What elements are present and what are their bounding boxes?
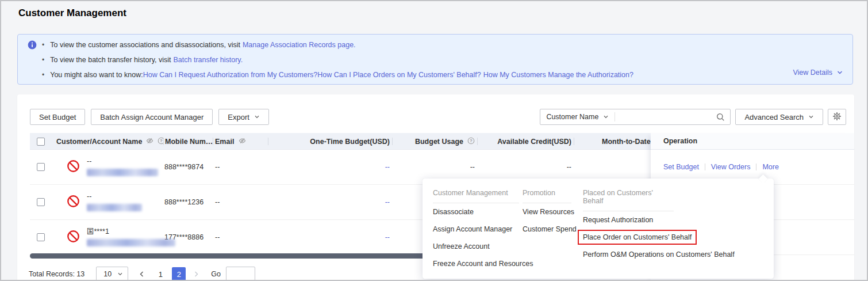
email-cell: -- <box>213 150 268 184</box>
page-2-button-active[interactable]: 2 <box>172 267 186 281</box>
search-box: Customer Name <box>540 109 731 125</box>
row-select-cell <box>30 185 53 219</box>
one-time-budget-cell[interactable]: -- <box>268 185 392 219</box>
faq-place-orders-link[interactable]: How Can I Place Orders on My Customers' … <box>317 71 481 79</box>
chevron-down-icon <box>117 271 123 277</box>
header-label: Available Credit(USD) <box>497 138 571 146</box>
batch-assign-account-manager-button[interactable]: Batch Assign Account Manager <box>91 109 213 125</box>
customer-management-page: Customer Management • To view the custom… <box>0 0 868 281</box>
set-budget-button[interactable]: Set Budget <box>30 109 85 125</box>
menu-group-promotion: Promotion View Resources Customer Spend <box>523 189 580 238</box>
prohibited-icon <box>67 195 80 210</box>
banner-text-3: You might also want to know: <box>50 71 143 79</box>
chevron-down-icon <box>603 114 609 120</box>
header-operation: Operation <box>651 133 854 150</box>
bullet-dot: • <box>42 71 44 79</box>
email-cell: -- <box>213 185 268 219</box>
header-label: Customer/Account Name <box>56 138 142 146</box>
more-actions-menu: Customer Management Disassociate Assign … <box>423 179 774 279</box>
menu-item-freeze-account-and-resources[interactable]: Freeze Account and Resources <box>433 255 522 272</box>
page-size-select[interactable]: 10 <box>96 267 128 281</box>
one-time-budget-cell[interactable]: -- <box>268 150 392 184</box>
table-settings-button[interactable] <box>828 109 846 125</box>
redacted-customer-name-link[interactable] <box>87 204 142 211</box>
header-select-all <box>30 133 53 150</box>
redacted-customer-name-link[interactable] <box>87 169 158 176</box>
menu-group-header: Promotion <box>523 189 571 203</box>
menu-item-unfreeze-account[interactable]: Unfreeze Account <box>433 238 522 255</box>
menu-item-view-resources[interactable]: View Resources <box>523 203 580 221</box>
customer-name-cell: -- <box>53 150 163 184</box>
name-lines: 国****1 <box>87 228 175 246</box>
menu-item-customer-spend[interactable]: Customer Spend <box>523 221 580 238</box>
header-label: Month-to-Date E <box>602 138 651 146</box>
svg-text:?: ? <box>160 138 163 143</box>
row-checkbox[interactable] <box>37 233 45 241</box>
name-lines: -- <box>87 193 142 211</box>
prohibited-icon <box>67 160 80 174</box>
manage-association-records-link[interactable]: Manage Association Records page. <box>243 41 356 49</box>
advanced-search-button[interactable]: Advanced Search <box>735 109 823 125</box>
red-highlight-box[interactable]: Place Order on Customers' Behalf <box>578 230 697 245</box>
email-cell: -- <box>213 220 268 255</box>
chevron-down-icon <box>836 69 843 76</box>
info-banner: • To view the customer associations and … <box>17 34 853 85</box>
menu-item-perform-om-operations[interactable]: Perform O&M Operations on Customers' Beh… <box>583 246 770 263</box>
page-1-button[interactable]: 1 <box>155 270 166 279</box>
faq-request-authorization-link[interactable]: How Can I Request Authorization from My … <box>143 71 318 79</box>
pagination: Total Records: 13 10 1 2 Go <box>29 267 255 281</box>
search-icon[interactable] <box>716 113 725 121</box>
advanced-search-label: Advanced Search <box>744 113 804 121</box>
prohibited-icon <box>67 230 80 245</box>
eye-off-icon[interactable] <box>146 137 153 146</box>
search-category-select[interactable]: Customer Name <box>540 113 614 121</box>
search-category-label: Customer Name <box>546 113 598 121</box>
masked-account-id: -- <box>87 193 142 200</box>
help-icon[interactable]: ? <box>158 137 163 146</box>
banner-bullet-2: • To view the batch transfer history, vi… <box>42 52 766 67</box>
menu-item-request-authorization[interactable]: Request Authorization <box>583 211 770 229</box>
banner-text-1: To view the customer associations and di… <box>50 41 240 49</box>
header-email: Email <box>213 133 268 150</box>
menu-item-assign-account-manager[interactable]: Assign Account Manager <box>433 221 522 238</box>
row-select-cell <box>30 220 53 255</box>
masked-account-id: -- <box>87 158 158 165</box>
info-icon <box>28 40 37 50</box>
one-time-budget-cell[interactable]: -- <box>268 220 392 255</box>
masked-account-id: 国****1 <box>87 228 175 236</box>
batch-transfer-history-link[interactable]: Batch transfer history. <box>173 56 243 64</box>
banner-bullet-3: • You might also want to know: How Can I… <box>42 67 766 82</box>
row-set-budget-link[interactable]: Set Budget <box>663 163 699 171</box>
prev-page-button[interactable] <box>139 271 145 278</box>
row-checkbox[interactable] <box>37 163 45 171</box>
menu-group-header: Customer Management <box>433 189 519 203</box>
go-page-input[interactable] <box>226 267 255 281</box>
header-label: Mobile Num… … <box>163 138 213 146</box>
gear-icon <box>832 112 842 123</box>
help-icon[interactable]: ? <box>467 137 475 146</box>
next-page-button-disabled[interactable] <box>193 271 199 278</box>
row-checkbox[interactable] <box>37 198 45 206</box>
menu-item-disassociate[interactable]: Disassociate <box>433 203 522 221</box>
export-button[interactable]: Export <box>218 109 269 125</box>
mobile-cell: 177****8886 <box>163 220 213 255</box>
banner-lines: • To view the customer associations and … <box>42 37 766 82</box>
faq-manage-authorization-link[interactable]: How My Customers Manage the Authorizatio… <box>483 71 633 79</box>
view-details-toggle[interactable]: View Details <box>793 69 843 77</box>
view-details-label: View Details <box>793 69 832 77</box>
header-mobile-number: Mobile Num… … <box>163 133 213 150</box>
header-label: Budget Usage <box>415 138 463 146</box>
select-all-checkbox[interactable] <box>37 138 45 146</box>
search-input[interactable] <box>615 110 716 124</box>
eye-off-icon[interactable] <box>239 137 246 146</box>
row-more-link[interactable]: More <box>762 163 778 171</box>
customer-name-cell: -- <box>53 185 163 219</box>
menu-item-place-order-on-customers-behalf[interactable]: Place Order on Customers' Behalf <box>583 229 770 246</box>
svg-text:?: ? <box>470 138 473 143</box>
redacted-customer-name-link[interactable] <box>87 239 175 246</box>
banner-bullet-1: • To view the customer associations and … <box>42 37 766 52</box>
divider <box>756 164 756 170</box>
header-one-time-budget: One-Time Budget(USD) <box>268 133 392 150</box>
row-view-orders-link[interactable]: View Orders <box>711 163 751 171</box>
header-label: One-Time Budget(USD) <box>310 138 390 146</box>
